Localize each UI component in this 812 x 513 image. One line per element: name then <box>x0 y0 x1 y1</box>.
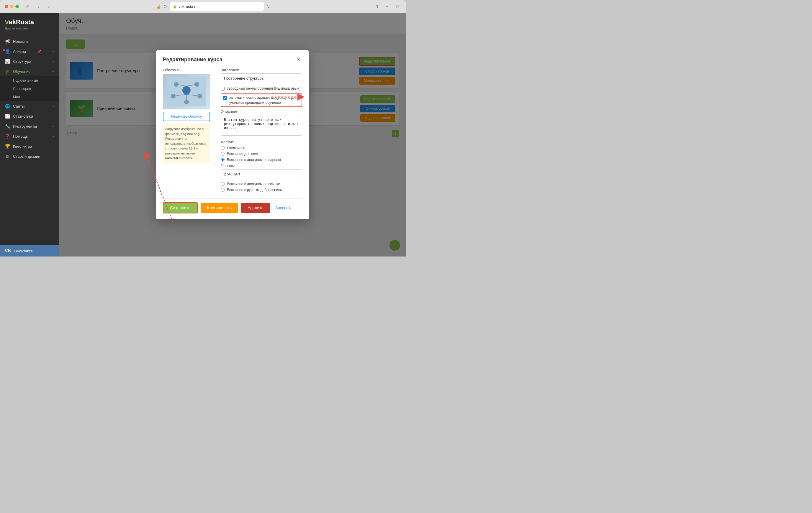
sidebar-item-news[interactable]: 📢 Новости <box>0 36 59 46</box>
description-textarea[interactable]: В этом курсе вы узнаете как рекрутироват… <box>221 115 302 135</box>
svg-text:👤: 👤 <box>184 88 190 93</box>
checkbox-row-1: свободный режим обучения (НЕ пошаговый) <box>221 86 302 91</box>
address-bar-area: 🔒 🛡 🔒 vekrosta.ru ↻ <box>55 2 371 10</box>
arrow-icon: 📌 <box>37 50 41 53</box>
sidebar-item-statistika[interactable]: 📈 Статистика <box>0 111 59 121</box>
browser-titlebar: ⊞ ‹ › 🔒 🛡 🔒 vekrosta.ru ↻ ⬆ + ⧉ <box>0 0 406 13</box>
auto-moderation-checkbox[interactable] <box>223 96 227 100</box>
vk-icon: VK <box>5 248 11 253</box>
radio-row-password: Включено с доступом по паролю <box>221 158 302 162</box>
password-input[interactable] <box>221 169 302 179</box>
radio-manual[interactable] <box>221 188 225 192</box>
sidebar-item-obuchenie[interactable]: 🎓 Обучение ∨ <box>0 66 59 77</box>
radio-manual-label: Включено с ручным добавлением <box>227 188 283 192</box>
address-bar[interactable]: 🔒 vekrosta.ru <box>170 2 264 10</box>
title-input[interactable] <box>221 73 302 83</box>
sidebar-sub-item-moi[interactable]: Мои <box>13 93 59 101</box>
sidebar-sub-item-podklyuchennye[interactable]: Подключенные <box>13 77 59 85</box>
sidebar-item-struktura[interactable]: 📊 Структура ‹ <box>0 56 59 66</box>
sidebar-item-instrumenty[interactable]: 🔧 Инструменты ‹ <box>0 121 59 131</box>
access-label: Доступ: <box>221 140 302 144</box>
delete-button[interactable]: Удалить <box>241 203 270 213</box>
cover-label: Обложка: <box>163 68 216 72</box>
url-text: vekrosta.ru <box>179 4 198 9</box>
description-label: Описание: <box>221 110 302 114</box>
radio-off-label: Отключено <box>227 146 245 150</box>
radio-password-label: Включено с доступом по паролю <box>227 158 281 162</box>
chevron-icon: ‹ <box>53 104 54 108</box>
sidebar-item-pomosh[interactable]: ❓ Помощь ‹ <box>0 131 59 141</box>
save-button[interactable]: Сохранить <box>163 202 198 213</box>
sidebar-item-sayty[interactable]: 🌐 Сайты ‹ <box>0 101 59 111</box>
tabs-button[interactable]: ⧉ <box>393 2 401 10</box>
close-window-button[interactable] <box>5 5 8 8</box>
main-content: Обуч... Подкл... + Д... 👥 Построение стр… <box>59 13 406 256</box>
checkbox-row-2: автоматически выдавать модерацию для уче… <box>221 93 302 107</box>
free-mode-checkbox[interactable] <box>221 87 225 91</box>
lock-icon: 🔒 <box>173 4 177 8</box>
modal-close-button[interactable]: × <box>295 56 302 63</box>
radio-all[interactable] <box>221 152 225 156</box>
svg-point-7 <box>184 100 189 104</box>
sidebar-sub-item-sponsorov[interactable]: Спонсоров <box>13 85 59 93</box>
reload-icon[interactable]: ↻ <box>266 4 270 9</box>
instrumenty-icon: 🔧 <box>5 124 10 128</box>
cover-section: Обложка: 👤 <box>163 68 216 193</box>
chevron-icon: ‹ <box>53 50 54 53</box>
chevron-down-icon: ∨ <box>52 69 54 73</box>
cover-image: 👤 <box>163 74 210 110</box>
sidebar-item-vkontakte[interactable]: VK ВКонтакте <box>0 245 59 256</box>
sayty-icon: 🌐 <box>5 104 10 109</box>
cover-placeholder: 👤 <box>163 74 210 110</box>
new-tab-button[interactable]: + <box>383 2 391 10</box>
modal-title: Редактирование курса <box>163 57 223 63</box>
sidebar-item-kvest[interactable]: 🏆 Квест-игра <box>0 141 59 151</box>
radio-row-off: Отключено <box>221 146 302 150</box>
radio-row-all: Включено для всех <box>221 152 302 156</box>
sidebar-submenu-obuchenie: Подключенные Спонсоров Мои <box>0 77 59 101</box>
radio-link[interactable] <box>221 182 225 186</box>
forward-button[interactable]: › <box>45 2 53 10</box>
sidebar-logo: VekRosta Другая компания <box>0 13 59 34</box>
news-icon: 📢 <box>5 39 10 43</box>
close-modal-button[interactable]: Закрыть <box>275 206 291 210</box>
security-icon: 🔒 <box>156 4 161 9</box>
statistika-icon: 📈 <box>5 114 10 119</box>
modal-footer: Сохранить Клонировать Удалить Закрыть <box>163 199 302 213</box>
chevron-icon: ‹ <box>53 134 54 138</box>
radio-link-label: Включено с доступом по ссылке <box>227 182 280 186</box>
modal-edit-course: Редактирование курса × Обложка: <box>156 50 309 219</box>
obuchenie-icon: 🎓 <box>5 69 10 74</box>
back-button[interactable]: ‹ <box>34 2 42 10</box>
shield-icon: 🛡 <box>164 4 167 9</box>
auto-moderation-label: автоматически выдавать модерацию для уче… <box>229 95 300 105</box>
minimize-window-button[interactable] <box>10 5 13 8</box>
chevron-icon: ‹ <box>53 60 54 63</box>
ankety-icon: 👤 <box>5 49 10 54</box>
password-label: Пароль: <box>221 163 302 168</box>
kvest-icon: 🏆 <box>5 144 10 149</box>
title-label: Заголовок: <box>221 68 302 72</box>
modal-body: Обложка: 👤 <box>163 68 302 193</box>
radio-all-label: Включено для всех <box>227 152 258 156</box>
share-button[interactable]: ⬆ <box>373 2 381 10</box>
badge-dot <box>3 49 5 51</box>
free-mode-label: свободный режим обучения (НЕ пошаговый) <box>227 86 300 91</box>
fullscreen-window-button[interactable] <box>16 5 19 8</box>
radio-off[interactable] <box>221 146 225 150</box>
traffic-lights <box>5 5 19 8</box>
sidebar-item-staryy[interactable]: 🖥 Старый дизайн <box>0 151 59 161</box>
change-cover-button[interactable]: Изменить обложку <box>163 112 210 121</box>
staryy-icon: 🖥 <box>5 154 10 159</box>
cover-hint: Загрузите изображение в формате jpeg или… <box>163 124 210 163</box>
sidebar-item-ankety[interactable]: 👤 Анкеты 📌 ‹ <box>0 46 59 56</box>
chevron-icon: ‹ <box>53 124 54 128</box>
modal-overlay: Редактирование курса × Обложка: <box>59 13 406 256</box>
sidebar-nav: 📢 Новости 👤 Анкеты 📌 ‹ 📊 Структура ‹ 🎓 <box>0 34 59 245</box>
sidebar: VekRosta Другая компания 📢 Новости 👤 Анк… <box>0 13 59 256</box>
clone-button[interactable]: Клонировать <box>201 203 238 213</box>
modal-header: Редактирование курса × <box>163 56 302 63</box>
company-name: Другая компания <box>5 27 54 30</box>
radio-password[interactable] <box>221 158 225 161</box>
sidebar-toggle-button[interactable]: ⊞ <box>24 2 32 10</box>
